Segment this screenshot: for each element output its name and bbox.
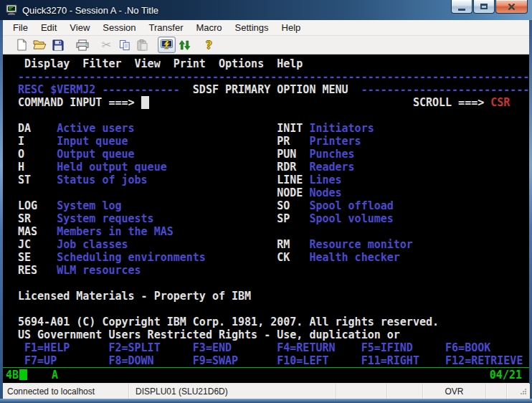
file-transfer-button[interactable] bbox=[176, 37, 194, 53]
terminal-text: F4=RETURN bbox=[277, 341, 335, 354]
terminal-text: ----------------------------------------… bbox=[18, 70, 529, 83]
terminal-row: Display Filter View Print Options Help bbox=[18, 57, 529, 70]
paste-clipboard-icon bbox=[137, 39, 148, 51]
terminal-text: PUN bbox=[277, 148, 296, 161]
terminal-text: SDSF PRIMARY OPTION MENU bbox=[193, 83, 348, 96]
menu-item-file[interactable]: File bbox=[6, 21, 34, 34]
terminal-row bbox=[18, 303, 529, 316]
terminal-row: RES WLM resources bbox=[18, 264, 529, 277]
terminal-text: INIT bbox=[277, 122, 303, 135]
terminal-text: JC bbox=[18, 238, 31, 251]
print-button[interactable] bbox=[73, 37, 91, 53]
terminal-text: SP bbox=[277, 212, 290, 225]
copy-button[interactable] bbox=[115, 37, 133, 53]
menu-bar: File Edit View Session Transfer Macro Se… bbox=[3, 20, 529, 36]
open-session-button[interactable] bbox=[31, 37, 49, 53]
terminal-text: Job classes bbox=[57, 238, 128, 251]
terminal-row: ----------------------------------------… bbox=[18, 70, 529, 83]
terminal-text: SR bbox=[18, 212, 31, 225]
menu-item-edit[interactable]: Edit bbox=[34, 21, 63, 34]
save-floppy-icon bbox=[52, 39, 64, 51]
terminal-row bbox=[18, 277, 529, 290]
terminal-text: Lines bbox=[309, 174, 341, 186]
save-session-button[interactable] bbox=[49, 37, 67, 53]
terminal-text: H bbox=[18, 161, 24, 174]
window-frame-right bbox=[529, 20, 532, 403]
terminal-rows: Display Filter View Print Options Help--… bbox=[3, 54, 529, 367]
status-cell-grip bbox=[507, 384, 529, 399]
terminal-text: O bbox=[18, 148, 24, 161]
terminal-text: Output queue bbox=[57, 148, 134, 161]
menu-item-macro[interactable]: Macro bbox=[189, 21, 228, 34]
terminal-row: US Government Users Restricted Rights - … bbox=[18, 328, 529, 341]
terminal-text: Punches bbox=[309, 148, 354, 161]
menu-item-session[interactable]: Session bbox=[96, 21, 142, 34]
maximize-button[interactable] bbox=[473, 0, 495, 14]
terminal-text: Input queue bbox=[57, 135, 128, 148]
menu-item-help[interactable]: Help bbox=[275, 21, 308, 34]
terminal-text: RDR bbox=[277, 161, 296, 174]
terminal-text: CSR bbox=[490, 96, 510, 109]
app-terminal-icon bbox=[6, 4, 17, 16]
terminal-text: -------------------------- bbox=[361, 83, 529, 96]
copy-icon bbox=[119, 39, 130, 51]
terminal-text: CK bbox=[277, 251, 290, 264]
terminal-screen[interactable]: Display Filter View Print Options Help--… bbox=[3, 54, 529, 383]
terminal-row: I Input queue PR Printers bbox=[18, 135, 529, 148]
toolbar: ✂ bbox=[3, 36, 529, 54]
terminal-text: F2=SPLIT bbox=[108, 341, 160, 354]
terminal-row: LOG System log SO Spool offload bbox=[18, 199, 529, 212]
terminal-text: Options bbox=[219, 57, 264, 70]
status-cell-empty bbox=[387, 384, 423, 399]
status-bar: Connected to localhost DISPLU01 (SLU21D6… bbox=[3, 383, 529, 399]
menu-item-view[interactable]: View bbox=[63, 21, 96, 34]
terminal-text: SE bbox=[18, 251, 31, 264]
window-controls bbox=[451, 0, 528, 14]
terminal-text: Filter bbox=[82, 57, 121, 70]
new-session-button[interactable] bbox=[13, 37, 31, 53]
menu-item-settings[interactable]: Settings bbox=[229, 21, 275, 34]
terminal-row: COMMAND INPUT ===> SCROLL ===> CSR bbox=[18, 96, 529, 109]
terminal-row: JC Job classes RM Resource monitor bbox=[18, 238, 529, 251]
terminal-text: F6=BOOK bbox=[445, 341, 490, 354]
resize-grip[interactable] bbox=[520, 388, 527, 395]
title-bar: Quick3270 - Session A - .No Title bbox=[0, 0, 532, 20]
minimize-button[interactable] bbox=[451, 0, 472, 14]
terminal-row: F1=HELP F2=SPLIT F3=END F4=RETURN F5=IFI… bbox=[18, 341, 529, 354]
status-device-lu: DISPLU01 (SLU21D6D) bbox=[129, 384, 336, 399]
help-button[interactable]: ? bbox=[200, 37, 218, 53]
window-frame-bottom bbox=[0, 399, 532, 403]
help-question-icon: ? bbox=[206, 39, 212, 51]
terminal-row: SE Scheduling environments CK Health che… bbox=[18, 251, 529, 264]
terminal-text: ------------ bbox=[102, 83, 179, 96]
terminal-text: F9=SWAP bbox=[193, 354, 238, 367]
close-button[interactable] bbox=[495, 0, 528, 14]
terminal-text: System log bbox=[57, 199, 121, 212]
printer-icon bbox=[76, 39, 89, 51]
terminal-text: Print bbox=[174, 57, 206, 70]
terminal-row: RESC $VERMJ2 ------------ SDSF PRIMARY O… bbox=[18, 83, 529, 96]
terminal-text: Printers bbox=[309, 135, 361, 148]
terminal-row: ST Status of jobs LINE Lines bbox=[18, 174, 529, 186]
terminal-text: Display bbox=[24, 57, 70, 70]
window-title: Quick3270 - Session A - .No Title bbox=[22, 5, 158, 16]
terminal-row: SR System requests SP Spool volumes bbox=[18, 212, 529, 225]
status-overwrite-mode: OVR bbox=[423, 384, 486, 399]
open-folder-icon bbox=[33, 39, 47, 50]
terminal-text: Active users bbox=[57, 122, 134, 135]
transfer-arrows-icon bbox=[179, 39, 191, 51]
oia-cursor-position: 04/21 bbox=[490, 369, 522, 381]
terminal-text: F3=END bbox=[193, 341, 232, 354]
terminal-text: F5=IFIND bbox=[361, 341, 413, 354]
menu-item-transfer[interactable]: Transfer bbox=[143, 21, 190, 34]
terminal-row: MAS Members in the MAS bbox=[18, 225, 529, 238]
terminal-row: Licensed Materials - Property of IBM bbox=[18, 290, 529, 303]
terminal-text: Help bbox=[277, 57, 303, 70]
connect-button-active[interactable] bbox=[158, 37, 176, 53]
oia-status-row: 4B A 04/21 bbox=[3, 367, 529, 383]
close-icon bbox=[508, 4, 516, 10]
terminal-text: F8=DOWN bbox=[108, 354, 153, 367]
terminal-text: DA bbox=[18, 122, 31, 135]
terminal-text: Held output queue bbox=[57, 161, 167, 174]
terminal-row: F7=UP F8=DOWN F9=SWAP F10=LEFT F11=RIGHT… bbox=[18, 354, 529, 367]
